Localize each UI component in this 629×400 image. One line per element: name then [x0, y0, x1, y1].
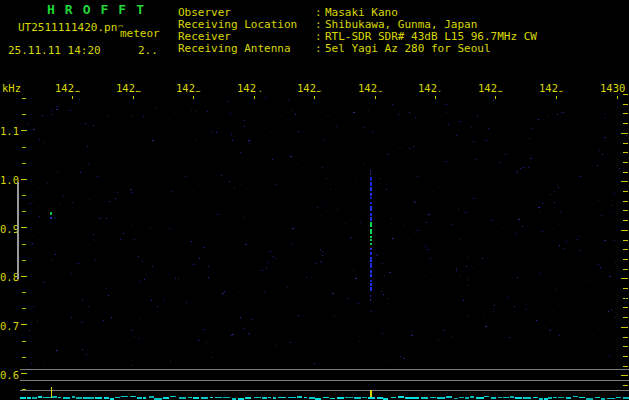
tick: [623, 356, 628, 357]
noise-dot: [625, 298, 626, 299]
noise-dot: [418, 241, 419, 242]
tick: [22, 98, 26, 99]
noise-dot: [89, 199, 90, 200]
field-label: Receiving Antenna: [178, 43, 291, 54]
echo-stray-dot: [370, 295, 371, 297]
noise-dot: [386, 360, 387, 361]
noise-dot: [43, 142, 44, 143]
noise-dot: [427, 249, 428, 250]
tick: [21, 130, 27, 131]
noise-dot: [614, 240, 615, 241]
trace-dash: [430, 397, 436, 398]
noise-dot: [467, 278, 468, 279]
noise-dot: [130, 189, 132, 190]
noise-dot: [243, 320, 244, 321]
tick: [623, 240, 628, 241]
noise-dot: [548, 275, 549, 276]
field-colon: :: [315, 7, 322, 18]
noise-dot: [400, 338, 401, 339]
noise-dot: [102, 274, 103, 275]
noise-dot: [320, 249, 321, 250]
trace-dash: [553, 397, 557, 398]
noise-dot: [598, 264, 599, 265]
trace-dash: [391, 397, 396, 398]
trace-dash: [254, 397, 261, 398]
noise-dot: [264, 291, 265, 292]
noise-dot: [368, 110, 369, 111]
noise-dot: [555, 289, 556, 290]
noise-dot: [89, 333, 90, 334]
noise-dot: [356, 181, 357, 182]
noise-dot: [291, 110, 292, 111]
trace-dash: [268, 397, 271, 398]
trace-dash: [337, 397, 344, 399]
tick: [22, 163, 26, 164]
tick: [22, 147, 26, 148]
noise-dot: [619, 287, 620, 288]
noise-dot: [403, 358, 405, 359]
tick: [621, 133, 628, 134]
trace-dash: [465, 397, 469, 399]
tick: [22, 260, 26, 261]
trace-dash: [323, 397, 329, 398]
noise-dot: [563, 112, 564, 113]
noise-dot: [207, 111, 208, 112]
time-tick-text: 7: [437, 83, 443, 94]
trace-dash: [297, 396, 302, 398]
time-tick-mark: [617, 96, 618, 99]
noise-dot: [326, 178, 327, 179]
noise-dot: [500, 162, 501, 163]
noise-dot: [248, 140, 250, 141]
noise-dot: [509, 337, 510, 338]
noise-dot: [466, 266, 467, 267]
noise-dot: [425, 246, 426, 247]
noise-dot: [270, 132, 271, 133]
noise-dot: [268, 317, 269, 318]
noise-dot: [415, 117, 416, 118]
noise-dot: [516, 232, 517, 233]
noise-dot: [322, 167, 323, 168]
noise-dot: [276, 184, 277, 185]
noise-dot: [273, 256, 274, 257]
noise-dot: [229, 181, 230, 182]
noise-dot: [517, 171, 518, 172]
noise-dot: [508, 297, 509, 298]
noise-dot: [229, 244, 230, 245]
tick: [623, 220, 628, 221]
noise-dot: [360, 222, 361, 223]
tick: [621, 181, 628, 182]
trace-dash: [476, 397, 484, 399]
trace-dash: [58, 397, 61, 398]
tick: [21, 179, 27, 180]
trace-dash: [32, 397, 37, 399]
tick: [621, 375, 628, 376]
noise-dot: [491, 220, 492, 221]
tick: [623, 385, 628, 386]
echo-dash: [370, 248, 372, 250]
trace-dash: [63, 397, 70, 399]
ping-dot: [50, 212, 52, 215]
noise-dot: [30, 203, 31, 204]
noise-dot: [108, 295, 109, 296]
time-tick-text: 142: [539, 82, 558, 94]
time-tick-mark: [495, 96, 496, 99]
trace-dash: [595, 397, 600, 398]
time-tick-text: 8: [497, 83, 503, 94]
noise-dot: [384, 275, 385, 276]
noise-dot: [175, 278, 176, 279]
noise-dot: [292, 244, 293, 245]
tick: [22, 195, 26, 196]
echo-dash: [370, 263, 372, 268]
noise-dot: [191, 110, 192, 111]
noise-dot: [400, 356, 401, 357]
tick: [22, 308, 26, 309]
time-tick-label: 1429: [539, 83, 564, 94]
noise-dot: [361, 145, 362, 146]
noise-dot: [73, 130, 74, 131]
noise-dot: [566, 241, 567, 242]
time-tick-text: 5: [316, 83, 322, 94]
field-value: 5el Yagi Az 280 for Seoul: [325, 43, 491, 54]
trace-dash: [421, 397, 428, 399]
reference-line: [20, 369, 629, 370]
noise-dot: [323, 140, 324, 141]
